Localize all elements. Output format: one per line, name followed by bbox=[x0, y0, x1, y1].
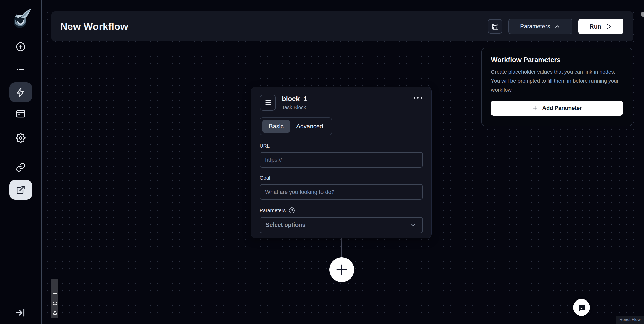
chat-bubble-icon bbox=[577, 303, 586, 312]
goal-input[interactable] bbox=[260, 184, 423, 200]
save-button[interactable] bbox=[488, 19, 502, 34]
node-edge-connector bbox=[341, 238, 342, 258]
chat-support-button[interactable] bbox=[573, 299, 590, 316]
add-parameter-label: Add Parameter bbox=[542, 105, 582, 111]
run-button[interactable]: Run bbox=[578, 19, 623, 34]
gear-icon bbox=[16, 133, 26, 143]
canvas-controls bbox=[51, 279, 58, 318]
tab-basic[interactable]: Basic bbox=[262, 120, 290, 133]
scrollbar-thumb[interactable] bbox=[641, 12, 644, 17]
expand-sidebar-button[interactable] bbox=[13, 305, 28, 320]
unlock-icon bbox=[53, 311, 57, 315]
parameters-select-value: Select options bbox=[266, 222, 305, 228]
run-button-label: Run bbox=[589, 23, 601, 30]
play-icon bbox=[605, 23, 612, 30]
url-label: URL bbox=[260, 143, 423, 149]
task-block-icon-box bbox=[260, 95, 276, 111]
parameters-dropdown-button[interactable]: Parameters bbox=[508, 19, 572, 34]
sidebar-item-external[interactable] bbox=[9, 180, 32, 200]
sidebar-divider bbox=[9, 151, 33, 151]
add-parameter-button[interactable]: Add Parameter bbox=[491, 101, 623, 116]
sidebar-item-link[interactable] bbox=[9, 157, 32, 177]
sidebar-item-workflows[interactable] bbox=[9, 82, 32, 102]
help-circle-icon[interactable] bbox=[289, 207, 295, 214]
workflow-parameters-description: Create placeholder values that you can l… bbox=[491, 67, 623, 95]
skyvern-dragon-logo bbox=[8, 7, 34, 31]
workflow-header-bar: New Workflow Parameters Run bbox=[51, 11, 633, 41]
react-flow-attribution[interactable]: React Flow bbox=[616, 316, 644, 324]
node-titles: block_1 Task Block bbox=[282, 95, 307, 110]
parameters-label: Parameters bbox=[260, 207, 286, 213]
node-tabs: Basic Advanced bbox=[260, 117, 332, 135]
task-block-node[interactable]: block_1 Task Block Basic Advanced URL Go… bbox=[251, 87, 432, 238]
external-link-icon bbox=[16, 185, 26, 195]
node-header: block_1 Task Block bbox=[260, 95, 423, 111]
fit-view-button[interactable] bbox=[51, 298, 58, 308]
arrow-to-bar-icon bbox=[15, 307, 26, 318]
credit-card-icon bbox=[16, 109, 26, 119]
plus-icon bbox=[532, 105, 538, 111]
zoom-out-button[interactable] bbox=[51, 289, 58, 298]
parameters-button-label: Parameters bbox=[520, 23, 550, 30]
sidebar-item-credentials[interactable] bbox=[9, 104, 32, 124]
plus-icon bbox=[53, 282, 57, 286]
header-actions: Parameters Run bbox=[488, 19, 623, 34]
tab-advanced[interactable]: Advanced bbox=[290, 120, 330, 133]
list-icon bbox=[264, 99, 272, 107]
list-icon bbox=[16, 65, 26, 74]
node-menu-ellipsis-icon[interactable] bbox=[413, 95, 423, 101]
add-node-button[interactable] bbox=[329, 257, 354, 282]
plus-circle-icon bbox=[16, 42, 26, 52]
sidebar-item-create[interactable] bbox=[9, 37, 32, 57]
plus-icon bbox=[335, 263, 349, 277]
parameters-label-row: Parameters bbox=[260, 207, 423, 214]
sidebar bbox=[0, 0, 42, 324]
sidebar-item-settings[interactable] bbox=[9, 128, 32, 148]
sidebar-item-runs[interactable] bbox=[9, 60, 32, 79]
lightning-icon bbox=[16, 87, 26, 97]
link-icon bbox=[16, 163, 26, 172]
url-input[interactable] bbox=[260, 152, 423, 168]
zoom-in-button[interactable] bbox=[51, 279, 58, 289]
lock-button[interactable] bbox=[51, 308, 58, 318]
fit-view-icon bbox=[53, 301, 57, 305]
page-title: New Workflow bbox=[60, 21, 128, 32]
chevron-up-icon bbox=[554, 23, 561, 30]
parameters-select[interactable]: Select options bbox=[260, 217, 423, 233]
workflow-parameters-title: Workflow Parameters bbox=[491, 56, 623, 64]
minus-icon bbox=[53, 291, 57, 296]
workflow-canvas[interactable]: New Workflow Parameters Run bbox=[42, 0, 644, 324]
workflow-parameters-panel: Workflow Parameters Create placeholder v… bbox=[481, 48, 632, 126]
node-title: block_1 bbox=[282, 95, 307, 103]
workflow-builder-app: New Workflow Parameters Run bbox=[0, 0, 644, 324]
node-subtitle: Task Block bbox=[282, 105, 307, 110]
chevron-down-icon bbox=[410, 222, 417, 228]
save-icon bbox=[492, 23, 499, 30]
goal-label: Goal bbox=[260, 175, 423, 181]
